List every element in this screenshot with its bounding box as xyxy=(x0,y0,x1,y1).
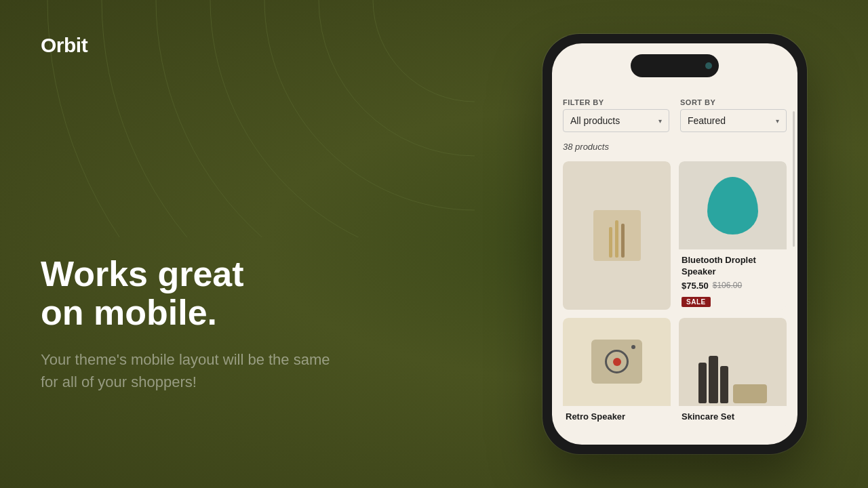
sort-group: SORT BY Featured ▾ xyxy=(680,98,787,132)
product-card-bottles[interactable]: Skincare Set xyxy=(679,318,787,428)
utensil-2 xyxy=(615,220,618,258)
product-card-kitchen[interactable]: Kitchen Utensil &Tablet Holder $49.00 $8… xyxy=(563,161,671,310)
product-image-bottles xyxy=(679,318,787,406)
radio-box xyxy=(591,340,642,384)
sort-chevron-down-icon: ▾ xyxy=(776,117,779,125)
sale-badge-speaker: SALE xyxy=(682,297,711,307)
filter-group: FILTER BY All products ▾ xyxy=(563,98,669,132)
products-count: 38 products xyxy=(563,142,787,152)
product-image-speaker xyxy=(679,161,787,249)
left-content: Works great on mobile. Your theme's mobi… xyxy=(41,255,332,393)
phone-scrollbar xyxy=(793,111,795,247)
utensil-3 xyxy=(621,224,625,258)
product-card-speaker[interactable]: Bluetooth DropletSpeaker $75.50 $106.00 … xyxy=(679,161,787,310)
logo: Orbit xyxy=(41,34,87,57)
filter-label: FILTER BY xyxy=(563,98,669,106)
product-card-radio[interactable]: Retro Speaker xyxy=(563,318,671,428)
bottle-2 xyxy=(709,356,718,403)
utensil-1 xyxy=(609,227,612,258)
bottle-3 xyxy=(720,366,728,403)
phone-mockup: FILTER BY All products ▾ SORT BY Feature… xyxy=(542,34,807,454)
product-info-bottles: Skincare Set xyxy=(679,406,787,428)
radio-inner xyxy=(613,358,621,366)
filter-chevron-down-icon: ▾ xyxy=(658,117,662,125)
bottle-box xyxy=(733,384,767,403)
price-current-speaker: $75.50 xyxy=(682,281,709,291)
headline-line2: on mobile. xyxy=(41,293,217,332)
filter-value: All products xyxy=(570,115,620,126)
product-prices-speaker: $75.50 $106.00 xyxy=(682,281,784,291)
product-name-radio: Retro Speaker xyxy=(566,411,668,423)
sort-select[interactable]: Featured ▾ xyxy=(680,109,787,132)
sort-label: SORT BY xyxy=(680,98,787,106)
dynamic-island xyxy=(631,54,719,77)
subtext: Your theme's mobile layout will be the s… xyxy=(41,348,332,393)
droplet-speaker xyxy=(707,177,758,235)
filter-sort-row: FILTER BY All products ▾ SORT BY Feature… xyxy=(563,98,787,132)
headline-line1: Works great xyxy=(41,254,244,293)
product-name-speaker: Bluetooth DropletSpeaker xyxy=(682,255,784,278)
radio-knob xyxy=(631,345,635,349)
product-name-bottles: Skincare Set xyxy=(682,411,784,423)
sort-value: Featured xyxy=(688,115,726,126)
price-original-speaker: $106.00 xyxy=(713,281,742,290)
headline: Works great on mobile. xyxy=(41,255,332,332)
phone-frame: FILTER BY All products ▾ SORT BY Feature… xyxy=(542,34,807,454)
product-grid: Kitchen Utensil &Tablet Holder $49.00 $8… xyxy=(563,161,787,428)
logo-text: Orbit xyxy=(41,34,87,57)
product-info-radio: Retro Speaker xyxy=(563,406,671,428)
product-image-kitchen xyxy=(563,161,671,310)
radio-circle xyxy=(605,350,629,373)
camera-dot xyxy=(705,62,712,69)
product-info-speaker: Bluetooth DropletSpeaker $75.50 $106.00 … xyxy=(679,249,787,310)
phone-content: FILTER BY All products ▾ SORT BY Feature… xyxy=(552,87,797,445)
product-image-radio xyxy=(563,318,671,406)
filter-select[interactable]: All products ▾ xyxy=(563,109,669,132)
bottle-1 xyxy=(698,363,707,403)
phone-screen: FILTER BY All products ▾ SORT BY Feature… xyxy=(552,43,797,445)
kitchen-holder xyxy=(593,210,641,261)
